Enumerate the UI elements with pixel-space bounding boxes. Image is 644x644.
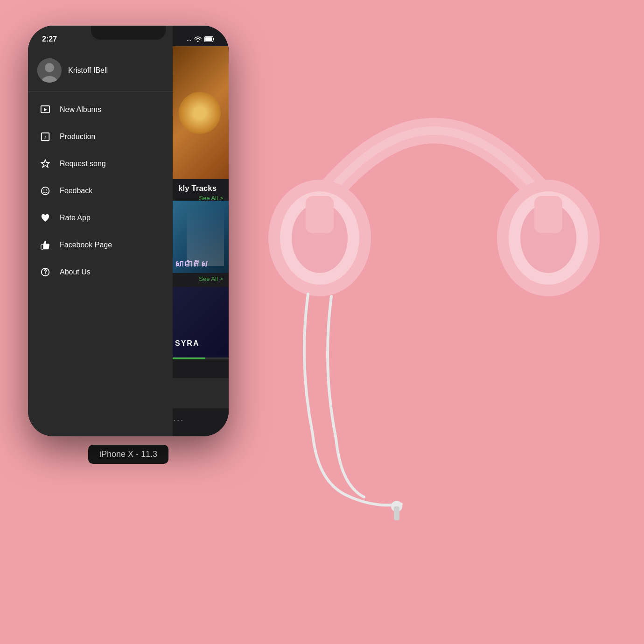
request-song-label: Request song [60,160,106,168]
album-bottom-text: SYRA [175,339,199,348]
screen: kly Tracks See All > សាម៉ាតីស See All > … [28,26,229,436]
facebook-label: Facebook Page [60,241,112,249]
drawer-profile: Kristoff IBell [28,54,173,91]
headphones-illustration [252,37,616,527]
device-label: iPhone X - 11.3 [88,445,168,464]
album-card-bottom: SYRA [170,287,229,359]
svg-rect-23 [213,38,215,41]
svg-rect-24 [205,37,212,41]
smiley-icon [38,184,52,198]
album-flower [179,92,221,134]
phone-mockup: kly Tracks See All > សាម៉ាតីស See All > … [28,26,229,464]
battery-icon [204,36,215,43]
star-icon [38,157,52,171]
album-icon [38,103,52,117]
production-label: Production [60,133,96,141]
menu-item-new-albums[interactable]: New Albums [28,96,173,123]
menu-item-feedback[interactable]: Feedback [28,177,173,204]
music-note-icon: ♪ [38,130,52,144]
svg-rect-7 [534,196,562,233]
feedback-label: Feedback [60,187,92,195]
svg-point-21 [45,273,46,274]
notch [91,26,166,40]
more-nav-icon[interactable]: ··· [173,415,184,425]
weekly-tracks-label: kly Tracks [178,184,217,193]
rate-app-label: Rate App [60,214,91,222]
thumbsup-icon [38,238,52,252]
profile-name: Kristoff IBell [68,66,108,75]
about-us-label: About Us [60,268,91,276]
svg-point-19 [46,189,47,190]
progress-bar [170,357,229,359]
menu-item-rate-app[interactable]: Rate App [28,204,173,231]
phone-frame: kly Tracks See All > សាម៉ាតីស See All > … [28,26,229,436]
svg-point-18 [43,189,44,190]
album-card-middle: សាម៉ាតីស [170,201,229,273]
album-card-top [170,46,229,179]
dots-icon: ··· [187,37,191,43]
question-icon [38,265,52,279]
avatar [37,58,62,83]
heart-icon [38,211,52,225]
status-time: 2:27 [42,35,57,43]
wifi-icon [194,36,202,43]
svg-marker-14 [44,108,47,111]
menu-item-facebook[interactable]: Facebook Page [28,231,173,259]
see-all-2[interactable]: See All > [199,275,223,282]
svg-point-17 [42,187,49,195]
album-silhouette [187,205,224,266]
menu-item-production[interactable]: ♪ Production [28,123,173,150]
menu-item-about-us[interactable]: About Us [28,259,173,286]
status-icons: ··· [187,36,215,43]
avatar-image [37,58,62,83]
svg-rect-9 [394,506,399,520]
svg-text:♪: ♪ [44,134,46,140]
side-drawer: Kristoff IBell New Albums [28,26,173,436]
menu-item-request-song[interactable]: Request song [28,150,173,177]
new-albums-label: New Albums [60,105,101,114]
svg-rect-6 [306,196,334,233]
svg-point-11 [45,63,54,72]
